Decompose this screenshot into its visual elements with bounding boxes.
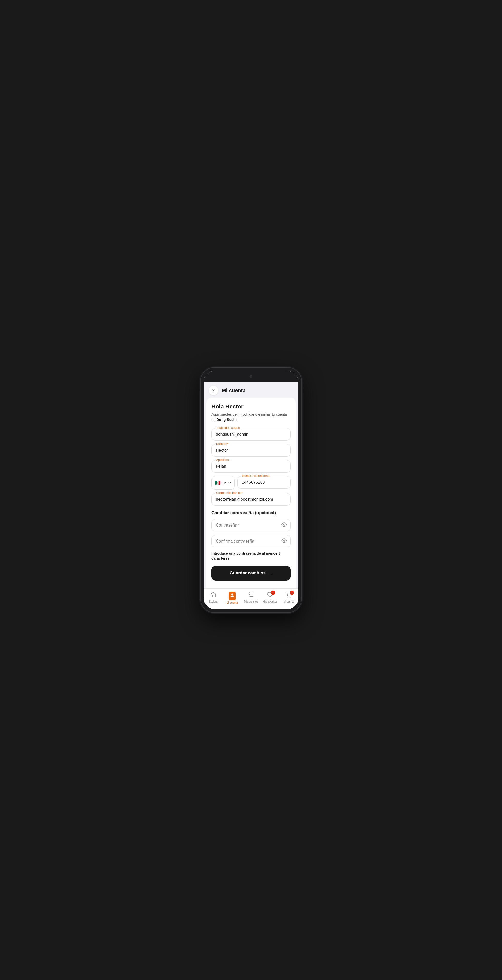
subtitle-text: Aquí puedes ver, modificar o eliminar tu…	[212, 412, 290, 422]
nav-item-explora[interactable]: Explora	[204, 591, 223, 605]
page-title: Mi cuenta	[222, 388, 245, 393]
apellidos-input[interactable]	[212, 460, 290, 473]
save-button[interactable]: Guardar cambios →	[212, 566, 290, 581]
svg-point-8	[290, 597, 291, 597]
nombre-label: Nombre*	[215, 442, 229, 446]
carrito-badge: 1	[290, 591, 294, 595]
nav-label-mi-carrito: Mi carrito	[284, 600, 294, 603]
close-icon: ×	[212, 388, 215, 393]
home-icon	[210, 592, 216, 600]
nav-label-mi-cuenta: Mi cuenta	[226, 601, 237, 604]
main-content: Hola Hector Aquí puedes ver, modificar o…	[206, 398, 296, 588]
password-field-wrapper	[212, 519, 290, 531]
apellidos-label: Apellidos	[215, 458, 230, 462]
country-selector[interactable]: 🇲🇽 +52 ▾	[212, 476, 235, 490]
svg-point-0	[283, 524, 285, 525]
email-field-wrapper: Correo electrónico*	[212, 493, 290, 506]
chevron-down-icon: ▾	[230, 481, 231, 484]
nav-label-mis-ordenes: Mis ordenes	[244, 600, 258, 603]
favoritos-badge: 3	[271, 591, 275, 595]
close-button[interactable]: ×	[209, 386, 218, 395]
notch-area	[204, 371, 298, 382]
header: × Mi cuenta	[204, 382, 298, 398]
country-flag: 🇲🇽	[215, 480, 220, 486]
favoritos-icon: 3	[267, 592, 273, 600]
nav-item-mi-carrito[interactable]: 1 Mi carrito	[279, 591, 298, 605]
phone-frame: × Mi cuenta Hola Hector Aquí puedes ver,…	[201, 368, 301, 612]
apellidos-field-wrapper: Apellidos	[212, 460, 290, 473]
phone-field-wrapper: Número de teléfono	[237, 476, 290, 490]
save-arrow-icon: →	[268, 571, 273, 576]
nombre-field-wrapper: Nombre*	[212, 444, 290, 457]
country-code: +52	[222, 480, 228, 485]
mi-cuenta-icon	[228, 592, 236, 600]
phone-input[interactable]	[237, 476, 290, 488]
phone-label: Número de teléfono	[241, 474, 270, 478]
nav-label-explora: Explora	[209, 600, 218, 603]
screen: × Mi cuenta Hola Hector Aquí puedes ver,…	[204, 382, 298, 609]
token-label: Token de usuario	[215, 426, 241, 430]
svg-point-3	[231, 594, 233, 595]
phone-inner: × Mi cuenta Hola Hector Aquí puedes ver,…	[204, 371, 298, 609]
ordenes-icon	[248, 592, 254, 600]
confirm-password-input[interactable]	[212, 535, 290, 547]
carrito-icon: 1	[286, 592, 292, 600]
password-eye-icon[interactable]	[281, 522, 287, 529]
save-label: Guardar cambios	[229, 571, 266, 576]
nav-item-mis-ordenes[interactable]: Mis ordenes	[241, 591, 260, 605]
token-input[interactable]	[212, 428, 290, 441]
nav-label-mis-favoritos: Mis favoritos	[263, 600, 277, 603]
svg-point-7	[288, 597, 288, 597]
nombre-input[interactable]	[212, 444, 290, 457]
notch-dot	[250, 375, 252, 378]
greeting-text: Hola Hector	[212, 403, 290, 410]
nav-item-mi-cuenta[interactable]: Mi cuenta	[223, 591, 241, 605]
password-hint: Introduce una contraseña de al menos 8 c…	[212, 551, 290, 561]
confirm-password-field-wrapper	[212, 535, 290, 547]
password-section-title: Cambiar contraseña (opcional)	[212, 510, 290, 515]
confirm-password-eye-icon[interactable]	[281, 538, 287, 545]
password-input[interactable]	[212, 519, 290, 531]
phone-row: 🇲🇽 +52 ▾ Número de teléfono	[212, 476, 290, 490]
svg-point-1	[283, 540, 285, 541]
email-input[interactable]	[212, 493, 290, 506]
notch	[234, 373, 268, 380]
email-label: Correo electrónico*	[215, 491, 244, 495]
token-field-wrapper: Token de usuario	[212, 428, 290, 441]
bottom-nav: Explora Mi cuenta	[204, 588, 298, 609]
nav-item-mis-favoritos[interactable]: 3 Mis favoritos	[261, 591, 279, 605]
